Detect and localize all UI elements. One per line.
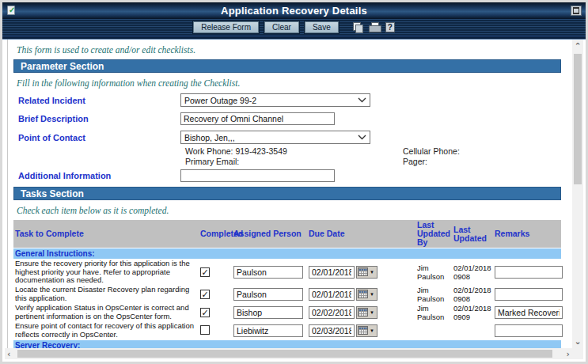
checklist-icon: ✓ xyxy=(7,6,17,16)
save-button[interactable]: Save xyxy=(305,21,339,33)
assigned-person-input[interactable] xyxy=(233,266,303,279)
due-date-cell: ▼ xyxy=(307,324,415,337)
last-updated-by: Jim Paulson xyxy=(415,304,452,321)
dropdown-arrow-icon: ▼ xyxy=(368,328,376,333)
dropdown-arrow-icon: ▼ xyxy=(368,292,376,297)
related-incident-select[interactable]: Power Outage 99-2 xyxy=(180,93,370,107)
last-updated: 02/01/20180909 xyxy=(452,304,493,321)
remarks-cell xyxy=(493,306,566,319)
additional-information-label: Additional Information xyxy=(13,171,180,180)
completed-cell xyxy=(199,325,232,336)
horizontal-scroll-thumb[interactable] xyxy=(17,350,552,358)
task-table: Task to CompleteCompletedAssigned Person… xyxy=(13,220,561,348)
remarks-input[interactable] xyxy=(495,324,563,337)
assigned-person-input[interactable] xyxy=(233,324,303,337)
additional-information-row: Additional Information xyxy=(13,169,572,182)
horizontal-scrollbar[interactable]: ‹ › xyxy=(5,348,572,359)
contact-work-phone: Work Phone: 919-423-3549 xyxy=(185,146,403,157)
scroll-up-button[interactable]: ⌃ xyxy=(572,41,583,51)
remarks-cell xyxy=(493,288,566,301)
column-header: Completed xyxy=(199,220,232,248)
completed-cell: ✓ xyxy=(199,290,232,299)
assigned-person-input[interactable] xyxy=(233,288,303,301)
brief-description-input[interactable] xyxy=(180,112,335,125)
app-window: ✓ Application Recovery Details Release F… xyxy=(0,0,588,364)
dropdown-arrow-icon: ▼ xyxy=(368,310,376,315)
window-titlebar: ✓ Application Recovery Details xyxy=(2,2,586,19)
last-updated-date: 02/01/2018 xyxy=(453,264,491,272)
task-row: Verify application Status in OpsCenter i… xyxy=(13,304,561,321)
scroll-down-button[interactable]: ⌄ xyxy=(572,336,583,347)
calendar-icon xyxy=(358,290,368,298)
remarks-cell xyxy=(493,324,566,337)
vertical-scroll-thumb[interactable] xyxy=(574,54,582,184)
task-table-body: General Instructions:Ensure the recovery… xyxy=(13,248,561,348)
due-date-input[interactable] xyxy=(309,306,355,319)
help-icon[interactable]: ? xyxy=(385,22,395,32)
column-header: Task to Complete xyxy=(13,220,199,248)
last-updated: 02/01/20180908 xyxy=(452,264,493,281)
last-updated-by: Jim Paulson xyxy=(415,286,452,303)
contact-primary-email: Primary Email: xyxy=(185,157,403,167)
completed-checkbox[interactable] xyxy=(200,325,210,335)
due-date-cell: ▼ xyxy=(307,288,415,301)
date-picker-button[interactable]: ▼ xyxy=(356,306,377,319)
scrollbar-corner xyxy=(572,348,583,359)
remarks-input[interactable] xyxy=(495,306,563,319)
column-header: Due Date xyxy=(307,220,415,248)
date-picker-button[interactable]: ▼ xyxy=(356,288,377,301)
date-picker-button[interactable]: ▼ xyxy=(356,324,377,337)
task-text: Locate the current Disaster Recovery pla… xyxy=(13,286,199,302)
completed-checkbox[interactable]: ✓ xyxy=(200,267,210,277)
release-form-button[interactable]: Release Form xyxy=(193,21,259,33)
assigned-cell xyxy=(232,266,307,279)
restore-window-button[interactable] xyxy=(571,6,582,16)
assigned-person-input[interactable] xyxy=(233,306,303,319)
clear-button[interactable]: Clear xyxy=(264,21,299,33)
due-date-input[interactable] xyxy=(309,324,355,337)
toolbar: Release Form Clear Save ? xyxy=(2,19,586,35)
task-row: Ensure the recovery priority for this ap… xyxy=(13,260,561,285)
task-text: Ensure the recovery priority for this ap… xyxy=(13,260,199,285)
additional-information-input[interactable] xyxy=(180,169,335,182)
page-title: Application Recovery Details xyxy=(2,5,586,17)
completed-cell: ✓ xyxy=(199,267,232,277)
due-date-input[interactable] xyxy=(309,288,355,301)
contact-pager: Pager: xyxy=(403,157,460,167)
copy-icon[interactable] xyxy=(352,22,363,32)
remarks-input[interactable] xyxy=(495,288,563,301)
scroll-right-button[interactable]: › xyxy=(567,349,570,359)
column-header: Last Updated By xyxy=(415,220,452,248)
last-updated-by: Jim Paulson xyxy=(415,264,452,281)
date-picker-button[interactable]: ▼ xyxy=(356,266,377,279)
restore-window-icon xyxy=(573,8,579,13)
point-of-contact-select[interactable]: Bishop, Jen,,, xyxy=(180,131,370,144)
last-updated: 02/01/20180908 xyxy=(452,286,493,303)
due-date-input[interactable] xyxy=(309,266,355,279)
task-row: Locate the current Disaster Recovery pla… xyxy=(13,286,561,303)
dropdown-arrow-icon: ▼ xyxy=(368,270,376,275)
chevron-down-icon xyxy=(358,97,366,103)
scroll-left-button[interactable]: ‹ xyxy=(7,349,10,359)
column-header: Last Updated xyxy=(452,220,493,248)
print-icon[interactable] xyxy=(369,22,380,32)
task-text: Ensure point of contact for recovery of … xyxy=(13,322,199,339)
remarks-input[interactable] xyxy=(495,266,563,279)
brief-description-label: Brief Description xyxy=(13,114,180,123)
completed-checkbox[interactable]: ✓ xyxy=(200,290,210,299)
last-updated-time: 0909 xyxy=(453,313,491,321)
tasks-section-note: Check each item below as it is completed… xyxy=(17,206,572,215)
vertical-scrollbar[interactable]: ⌃ ⌄ xyxy=(572,40,583,348)
last-updated-time: 0908 xyxy=(453,294,491,303)
assigned-cell xyxy=(232,288,307,301)
completed-checkbox[interactable]: ✓ xyxy=(200,308,210,317)
point-of-contact-label: Point of Contact xyxy=(13,133,180,142)
task-text: Verify application Status in OpsCenter i… xyxy=(13,304,199,320)
task-table-header: Task to CompleteCompletedAssigned Person… xyxy=(13,220,561,248)
tasks-section-header: Tasks Section xyxy=(13,187,561,200)
column-header: Remarks xyxy=(493,220,566,248)
due-date-cell: ▼ xyxy=(307,306,415,319)
contact-cellular-phone: Cellular Phone: xyxy=(403,146,460,157)
toolbar-icon-group: ? xyxy=(352,22,395,32)
last-updated-date: 02/01/2018 xyxy=(453,286,491,294)
